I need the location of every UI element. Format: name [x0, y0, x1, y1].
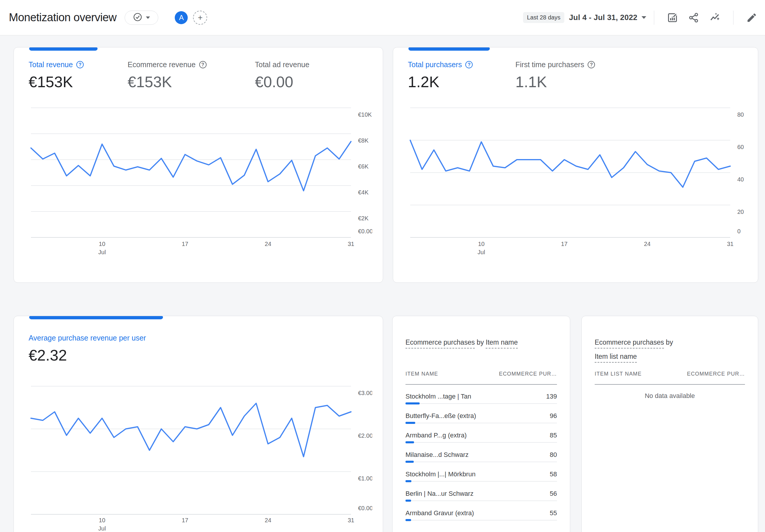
- page-title: Monetization overview: [9, 11, 116, 24]
- svg-text:17: 17: [182, 517, 188, 523]
- help-icon[interactable]: ?: [465, 61, 473, 68]
- help-icon[interactable]: ?: [76, 61, 84, 68]
- metric-label: Ecommerce revenue: [128, 60, 196, 69]
- metric-selector[interactable]: Ecommerce purchases: [595, 339, 664, 348]
- column-header-item-list-name: ITEM LIST NAME: [595, 371, 642, 377]
- metric-label: Total ad revenue: [255, 60, 310, 69]
- svg-text:10: 10: [99, 517, 105, 523]
- svg-text:€6K: €6K: [358, 163, 369, 170]
- help-icon[interactable]: ?: [588, 61, 595, 68]
- svg-text:€4K: €4K: [358, 189, 369, 196]
- column-header-purchases: ECOMMERCE PUR…: [687, 371, 745, 377]
- no-data-message: No data available: [582, 392, 758, 400]
- share-icon[interactable]: [688, 12, 699, 23]
- dimension-selector[interactable]: Item name: [486, 339, 518, 348]
- svg-text:10: 10: [478, 241, 484, 247]
- svg-text:€0.00: €0.00: [358, 228, 372, 235]
- metric-label: Total purchasers: [408, 60, 462, 69]
- svg-text:60: 60: [737, 144, 744, 150]
- selected-tab-indicator: [29, 316, 163, 319]
- metric-value: €153K: [29, 73, 84, 91]
- card-title: Ecommerce purchases by Item name: [405, 339, 557, 348]
- help-icon[interactable]: ?: [199, 61, 207, 68]
- item-purchases-value: 85: [550, 431, 557, 439]
- tab-total-purchasers[interactable]: Total purchasers ? 1.2K: [408, 60, 473, 91]
- card-title: Ecommerce purchases by Item list name: [595, 339, 745, 363]
- svg-text:Jul: Jul: [98, 525, 106, 532]
- dimension-selector[interactable]: Item list name: [595, 353, 637, 363]
- selected-tab-indicator: [408, 47, 490, 51]
- item-purchases-value: 58: [550, 470, 557, 478]
- item-name: Armband P...g (extra): [405, 431, 466, 439]
- top-bar: Monetization overview A + Last 28 days J…: [0, 0, 765, 35]
- column-header-item-name: ITEM NAME: [405, 371, 438, 377]
- title-join: by: [666, 338, 673, 346]
- svg-text:80: 80: [737, 111, 744, 118]
- table-row: Milanaise...d Schwarz80: [405, 443, 557, 462]
- svg-text:€10K: €10K: [358, 111, 372, 118]
- table-row: Armband Gravur (extra)55: [405, 501, 557, 521]
- svg-text:20: 20: [737, 209, 744, 215]
- metric-label: Total revenue: [29, 60, 73, 69]
- svg-text:€2K: €2K: [358, 215, 369, 222]
- item-name: Stockholm ...tage | Tan: [405, 393, 471, 400]
- table-header-row: ITEM NAME ECOMMERCE PUR…: [405, 371, 557, 385]
- date-range-picker[interactable]: Last 28 days Jul 4 - Jul 31, 2022: [523, 12, 646, 23]
- item-purchases-value: 80: [550, 451, 557, 459]
- item-name: Stockholm |...| Mörkbrun: [405, 470, 475, 478]
- toolbar: Last 28 days Jul 4 - Jul 31, 2022: [523, 11, 759, 25]
- svg-text:31: 31: [348, 517, 354, 523]
- insights-icon[interactable]: [709, 12, 720, 23]
- avatar[interactable]: A: [175, 11, 188, 24]
- date-range-value: Jul 4 - Jul 31, 2022: [569, 13, 637, 22]
- tab-total-ad-revenue[interactable]: Total ad revenue €0.00: [255, 60, 310, 91]
- chevron-down-icon: [146, 17, 150, 19]
- item-list-table-card: Ecommerce purchases by Item list name IT…: [581, 316, 758, 532]
- tab-avg-purchase-revenue[interactable]: Average purchase revenue per user €2.32: [29, 334, 146, 364]
- toolbar-divider: [733, 11, 733, 25]
- check-circle-icon: [133, 13, 142, 23]
- item-purchases-value: 96: [550, 412, 557, 420]
- svg-text:10: 10: [99, 241, 105, 247]
- item-name-table-rows: Stockholm ...tage | Tan139Butterfly-Fa..…: [405, 384, 557, 521]
- chevron-down-icon: [641, 16, 646, 19]
- avg-purchase-revenue-card: Average purchase revenue per user €2.32 …: [14, 316, 383, 532]
- table-row: Stockholm ...tage | Tan139: [405, 384, 557, 404]
- svg-text:Jul: Jul: [98, 249, 106, 256]
- svg-text:€2.00: €2.00: [358, 432, 372, 439]
- table-row: Stockholm |...| Mörkbrun58: [405, 462, 557, 482]
- date-preset-badge: Last 28 days: [523, 12, 564, 23]
- metric-selector[interactable]: Ecommerce purchases: [405, 339, 475, 348]
- metric-value: 1.2K: [408, 73, 473, 91]
- item-name: Armband Gravur (extra): [405, 509, 474, 517]
- item-name: Berlin | Na...ur Schwarz: [405, 490, 473, 498]
- add-comparison-button[interactable]: +: [193, 11, 207, 25]
- revenue-card: Total revenue ? €153K Ecommerce revenue …: [14, 47, 383, 283]
- svg-text:24: 24: [644, 241, 650, 247]
- customize-report-icon[interactable]: [667, 12, 678, 23]
- selected-tab-indicator: [29, 47, 98, 51]
- metric-label: First time purchasers: [515, 60, 584, 69]
- tab-first-time-purchasers[interactable]: First time purchasers ? 1.1K: [515, 60, 595, 91]
- svg-text:0: 0: [737, 228, 741, 235]
- item-purchases-value: 56: [550, 490, 557, 498]
- report-status-selector[interactable]: [125, 11, 158, 25]
- table-row: Butterfly-Fa...eße (extra)96: [405, 404, 557, 423]
- item-value-bar: [405, 519, 411, 521]
- table-row: Berlin | Na...ur Schwarz56: [405, 482, 557, 501]
- item-purchases-value: 55: [550, 509, 557, 517]
- edit-icon[interactable]: [746, 12, 757, 23]
- table-header-row: ITEM LIST NAME ECOMMERCE PUR…: [595, 371, 745, 385]
- svg-text:24: 24: [265, 241, 271, 247]
- tab-ecommerce-revenue[interactable]: Ecommerce revenue ? €153K: [128, 60, 207, 91]
- table-row: Armband P...g (extra)85: [405, 423, 557, 443]
- metric-value: 1.1K: [515, 73, 595, 91]
- svg-text:€0.00: €0.00: [358, 505, 372, 511]
- svg-text:24: 24: [265, 517, 271, 523]
- item-name: Butterfly-Fa...eße (extra): [405, 412, 476, 420]
- purchasers-line-chart: 80604020010172431Jul: [408, 101, 751, 256]
- tab-total-revenue[interactable]: Total revenue ? €153K: [29, 60, 84, 91]
- svg-text:17: 17: [182, 241, 188, 247]
- svg-text:€3.00: €3.00: [358, 390, 372, 396]
- item-purchases-value: 139: [546, 393, 557, 400]
